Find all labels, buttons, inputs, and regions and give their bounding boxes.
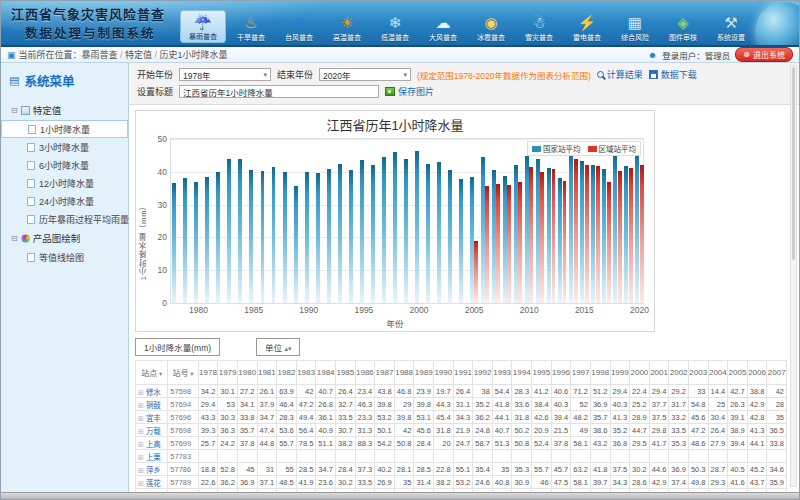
column-header: 2006 (747, 361, 767, 385)
chart-title-input[interactable] (179, 85, 379, 98)
table-cell (277, 450, 297, 463)
column-header[interactable]: 站点 ▾ (136, 361, 168, 385)
nav-system-settings[interactable]: ⚒系统设置 (708, 12, 754, 43)
tree-group-specific-values[interactable]: ⊟特定值 (1, 100, 128, 120)
logout-button[interactable]: ⊗ 退出系统 (735, 47, 793, 62)
document-icon (27, 253, 35, 262)
table-cell: 30.2 (630, 463, 650, 476)
filter-icon[interactable]: ▾ (157, 370, 162, 377)
start-year-select[interactable]: 1978年▾ (179, 68, 271, 81)
breadcrumb-item[interactable]: 特定值 (125, 50, 152, 60)
calc-result-button[interactable]: 计算结果 (597, 68, 643, 81)
table-row[interactable]: ⊞宜丰5769643.330.333.834.728.349.436.133.5… (136, 411, 787, 424)
tree-item[interactable]: 历年暴雨过程平均雨量 (1, 210, 128, 228)
expand-icon[interactable]: ⊞ (138, 389, 144, 396)
table-cell: 51.1 (316, 437, 336, 450)
expand-icon[interactable]: ⊞ (138, 428, 144, 435)
nav-composite-risk[interactable]: ▦综合风险 (612, 12, 658, 43)
chart-bar-2004 (459, 179, 463, 303)
typhoon-icon: ⚙ (292, 14, 305, 32)
table-row[interactable]: ⊞莲花5778922.636.236.937.148.541.923.630.2… (136, 476, 787, 489)
table-cell: 48.5 (277, 476, 297, 489)
tree-item[interactable]: 1小时降水量 (1, 120, 128, 138)
table-cell: 20 (434, 437, 454, 450)
chart-bar-1989 (294, 186, 298, 303)
table-cell: 39.4 (551, 411, 571, 424)
column-header: 1994 (512, 361, 532, 385)
table-cell: 37.1 (257, 476, 277, 489)
end-year-select[interactable]: 2020年▾ (319, 68, 411, 81)
expand-icon[interactable]: ⊞ (138, 415, 144, 422)
tree-group-product-drawing[interactable]: ⊟产品图绘制 (1, 228, 128, 248)
table-cell: 50.2 (512, 424, 532, 437)
nav-gale[interactable]: ☁大风普查 (420, 12, 466, 43)
table-cell: 44.8 (257, 437, 277, 450)
table-cell: 42 (394, 424, 414, 437)
measure-box[interactable]: 1小时降水量(mm) (135, 338, 220, 356)
table-cell: 71.2 (571, 385, 591, 398)
expand-icon[interactable]: ⊞ (138, 480, 144, 487)
column-header[interactable]: 站号 ▾ (168, 361, 198, 385)
expand-icon[interactable]: ⊞ (138, 454, 144, 461)
nav-high-temp[interactable]: ☀高温普查 (324, 12, 370, 43)
table-row[interactable]: ⊞铜鼓5769429.45334.137.946.447.226.832.746… (136, 398, 787, 411)
collapse-icon[interactable]: ⊟ (11, 106, 18, 115)
table-row[interactable]: ⊞萍乡5778618.852.845315528.534.728.437.340… (136, 463, 787, 476)
nav-rainstorm[interactable]: ☔暴雨普查 (180, 10, 226, 43)
chart-bar-2014 (569, 150, 573, 303)
data-download-button[interactable]: 数据下载 (649, 68, 697, 81)
scrollbar-thumb[interactable] (792, 67, 795, 260)
tree-item[interactable]: 12小时降水量 (1, 174, 128, 192)
table-cell: 37.3 (355, 463, 375, 476)
high-temp-icon: ☀ (340, 14, 353, 32)
table-cell: 28 (767, 398, 787, 411)
drought-icon: ♨ (244, 14, 257, 32)
table-cell: 55.7 (532, 463, 552, 476)
breadcrumb-prefix: 当前所在位置： (19, 48, 82, 61)
tree-item[interactable]: 等值线绘图 (1, 248, 128, 266)
chart-bar-1983 (227, 159, 231, 303)
unit-dropdown[interactable]: 单位 ▴▾ (256, 338, 300, 356)
table-cell (198, 450, 218, 463)
table-cell: 36.9 (590, 398, 610, 411)
table-cell: 88.3 (355, 437, 375, 450)
nav-label: 综合风险 (621, 32, 649, 42)
nav-low-temp[interactable]: ❄低温普查 (372, 12, 418, 43)
table-row[interactable]: ⊞上高5769925.724.237.844.855.778.551.138.2… (136, 437, 787, 450)
table-row[interactable]: ⊞修水5759834.230.127.226.163.94240.726.423… (136, 385, 787, 398)
table-cell: 50.8 (394, 437, 414, 450)
nav-drought[interactable]: ♨干旱普查 (228, 12, 274, 43)
tree-item[interactable]: 6小时降水量 (1, 156, 128, 174)
filter-icon[interactable]: ▾ (188, 370, 193, 377)
tree-item[interactable]: 24小时降水量 (1, 192, 128, 210)
collapse-icon[interactable]: ⊟ (11, 234, 18, 243)
table-cell: 31 (257, 463, 277, 476)
column-header: 1979 (218, 361, 238, 385)
chart-panel: 江西省历年1小时降水量 1小时降水量（mm） 01020304050198019… (135, 110, 655, 332)
save-image-button[interactable]: 保存图片 (385, 85, 434, 98)
expand-icon[interactable]: ⊞ (138, 467, 144, 474)
chart-bar-2012 (547, 168, 551, 303)
table-cell: 31.1 (453, 398, 473, 411)
table-cell: 53.1 (414, 411, 434, 424)
tree-item[interactable]: 3小时降水量 (1, 138, 128, 156)
table-row[interactable]: ⊞万载5769839.336.335.747.453.656.440.930.7… (136, 424, 787, 437)
sidebar-title: ▤ 系统菜单 (1, 63, 128, 100)
nav-typhoon[interactable]: ⚙台风普查 (276, 12, 322, 43)
chart-bar-1996 (371, 165, 375, 303)
expand-icon[interactable]: ⊞ (138, 402, 144, 409)
table-cell: 28.3 (277, 411, 297, 424)
vertical-scrollbar[interactable] (790, 65, 797, 487)
nav-lightning[interactable]: ⚡雷电普查 (564, 12, 610, 43)
nav-snow-disaster[interactable]: ☃雪灾普查 (516, 12, 562, 43)
user-box: ☻ 登录用户：管理员 ⊗ 退出系统 (648, 47, 793, 62)
table-cell (453, 450, 473, 463)
breadcrumb-item[interactable]: 暴雨普查 (82, 50, 118, 60)
table-row[interactable]: ⊞上栗57783 (136, 450, 787, 463)
nav-map-review[interactable]: ◈图件审核 (660, 12, 706, 43)
nav-hail[interactable]: ◉冰雹普查 (468, 12, 514, 43)
table-cell: 28.6 (630, 476, 650, 489)
breadcrumb-item[interactable]: 历史1小时降水量 (160, 50, 228, 60)
expand-icon[interactable]: ⊞ (138, 441, 144, 448)
table-cell: 36.1 (316, 411, 336, 424)
